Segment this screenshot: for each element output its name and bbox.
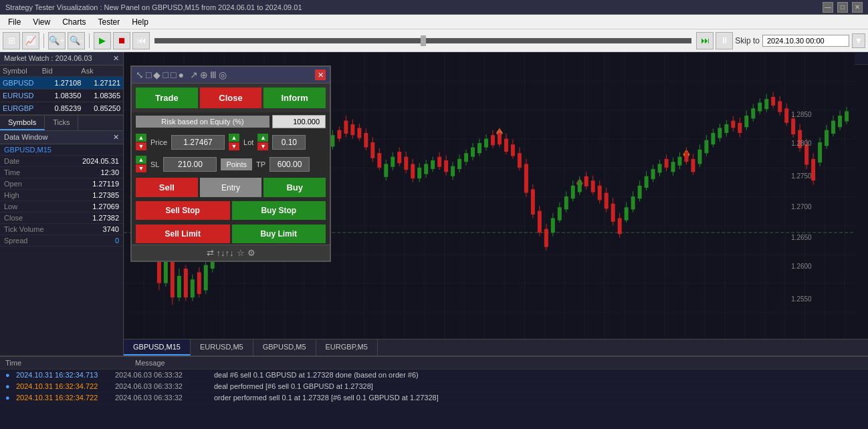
log-date-3: 2024.06.03 06:33:32: [115, 394, 209, 402]
log-message-2: deal performed [#6 sell 0.1 GBPUSD at 1.…: [214, 382, 863, 390]
ask-eurgbp: 0.85250: [81, 104, 120, 112]
market-watch-close[interactable]: ✕: [113, 54, 119, 63]
skip-dropdown[interactable]: ▼: [852, 33, 865, 48]
lot-label: Lot: [243, 138, 253, 146]
zoom-in-btn[interactable]: 🔍+: [48, 32, 66, 49]
data-time-label: Time: [4, 168, 20, 176]
stop-btn[interactable]: ⏹: [113, 32, 130, 49]
title-text: Strategy Tester Visualization : New Pane…: [5, 3, 302, 11]
chart-tabs: GBPUSD,M15 EURUSD,M5 GBPUSD,M5 EURGBP,M5: [124, 339, 868, 355]
log-date-2: 2024.06.03 06:33:32: [115, 382, 209, 390]
pause-btn[interactable]: ⏸: [716, 32, 733, 49]
skip-input[interactable]: [762, 35, 849, 47]
menu-help[interactable]: Help: [126, 16, 154, 28]
skip-section: Skip to ▼: [735, 33, 865, 48]
sell-stop-btn[interactable]: Sell Stop: [136, 201, 230, 220]
log-indicator-3: ●: [5, 394, 11, 402]
main-layout: Market Watch : 2024.06.03 ✕ Symbol Bid A…: [0, 52, 868, 355]
toolbar: ⊞ 📈 🔍+ 🔍- ▶ ⏹ ⏮ ⏭ ⏸ Skip to ▼: [0, 29, 868, 52]
tab-ticks[interactable]: Ticks: [45, 116, 78, 130]
lot-down-btn2[interactable]: ▼: [257, 142, 268, 150]
data-spread-row: Spread 0: [0, 235, 123, 247]
price-input[interactable]: [171, 135, 225, 150]
symbol-name-eurgbp: EURGBP: [3, 104, 42, 112]
trade-btn[interactable]: Trade: [136, 88, 198, 108]
chart-tab-gbpusd-m15[interactable]: GBPUSD,M15: [124, 339, 191, 355]
buy-limit-btn[interactable]: Buy Limit: [232, 225, 326, 243]
lot-down-btn[interactable]: ▼: [229, 142, 239, 150]
svg-text:1.2850: 1.2850: [791, 111, 812, 118]
title-bar-controls: — □ ✕: [823, 2, 863, 13]
close-btn[interactable]: ✕: [852, 2, 863, 13]
log-col-time: Time: [5, 359, 21, 367]
play-btn[interactable]: ▶: [94, 32, 111, 49]
tab-symbols[interactable]: Symbols: [0, 116, 45, 130]
buy-btn[interactable]: Buy: [263, 178, 326, 197]
log-row-1: ● 2024.10.31 16:32:34.713 2024.06.03 06:…: [0, 370, 868, 381]
data-close-label: Close: [4, 214, 23, 222]
sl-up-btn[interactable]: ▲: [136, 156, 146, 164]
buy-stop-btn[interactable]: Buy Stop: [232, 201, 326, 220]
equity-input[interactable]: [272, 115, 326, 128]
sl-down-btn[interactable]: ▼: [136, 164, 146, 172]
lot-input[interactable]: [272, 135, 306, 150]
close-btn[interactable]: Close: [200, 88, 262, 108]
menu-file[interactable]: File: [3, 16, 26, 28]
data-high-value: 1.27385: [92, 191, 119, 199]
menu-view[interactable]: View: [27, 16, 56, 28]
sell-btn[interactable]: Sell: [136, 178, 198, 197]
svg-text:1.2600: 1.2600: [791, 263, 812, 270]
sl-input[interactable]: [163, 157, 217, 172]
price-up-btn[interactable]: ▲: [136, 134, 146, 142]
toolbar-btn-1[interactable]: ⊞: [3, 32, 20, 49]
symbol-row-gbpusd[interactable]: GBPUSD 1.27108 1.27121: [0, 77, 123, 90]
data-symbol: GBPUSD,M15: [4, 146, 51, 154]
data-tickvol-label: Tick Volume: [4, 225, 44, 233]
lot-up-btn[interactable]: ▲: [229, 134, 239, 142]
trade-panel-close-btn[interactable]: ✕: [315, 69, 326, 80]
svg-text:1.2700: 1.2700: [791, 203, 812, 210]
trade-panel-icons: ⤡ □ ◆ □ □ ● ↗ ⊕ Ⅲ ◎: [136, 69, 227, 80]
zoom-out-btn[interactable]: 🔍-: [68, 32, 85, 49]
data-open-label: Open: [4, 180, 22, 188]
price-down-btn[interactable]: ▼: [136, 142, 146, 150]
sell-limit-btn[interactable]: Sell Limit: [136, 225, 230, 243]
minimize-btn[interactable]: —: [823, 2, 833, 13]
rewind-btn[interactable]: ⏮: [132, 32, 150, 49]
data-open-row: Open 1.27119: [0, 178, 123, 190]
toolbar-sep-1: [43, 33, 44, 48]
panel-icon-rect: □: [146, 69, 151, 80]
points-btn[interactable]: Points: [221, 158, 252, 170]
lot-up-btn2[interactable]: ▲: [257, 134, 268, 142]
data-high-label: High: [4, 191, 19, 199]
toolbar-btn-2[interactable]: 📈: [22, 32, 39, 49]
panel-icon-diamond: ◆: [153, 69, 160, 80]
col-symbol: Symbol: [3, 67, 42, 75]
menu-charts[interactable]: Charts: [57, 16, 91, 28]
skip-label: Skip to: [735, 36, 760, 45]
data-low-row: Low 1.27069: [0, 201, 123, 212]
tp-input[interactable]: [269, 157, 310, 172]
left-panel: Market Watch : 2024.06.03 ✕ Symbol Bid A…: [0, 52, 124, 355]
log-col-message: Message: [135, 359, 165, 367]
data-window-close[interactable]: ✕: [113, 133, 119, 142]
menu-tester[interactable]: Tester: [92, 16, 125, 28]
chart-tab-eurgbp-m5[interactable]: EURGBP,M5: [316, 339, 378, 355]
maximize-btn[interactable]: □: [837, 2, 848, 13]
symbol-row-eurusd[interactable]: EURUSD 1.08350 1.08365: [0, 90, 123, 102]
chart-tab-eurusd-m5[interactable]: EURUSD,M5: [191, 339, 253, 355]
market-watch-title: Market Watch : 2024.06.03: [4, 54, 92, 63]
ask-gbpusd: 1.27121: [81, 79, 120, 87]
panel-icon-cursor: ⤡: [136, 69, 144, 80]
entry-btn[interactable]: Entry: [200, 178, 262, 197]
data-spread-value: 0: [115, 237, 119, 245]
log-panel: Time Message ● 2024.10.31 16:32:34.713 2…: [0, 355, 868, 429]
svg-text:1.2550: 1.2550: [791, 295, 812, 302]
inform-btn[interactable]: Inform: [263, 88, 326, 108]
log-entries: ● 2024.10.31 16:32:34.713 2024.06.03 06:…: [0, 370, 868, 429]
forward-btn[interactable]: ⏭: [696, 32, 714, 49]
equity-row: Risk based on Equity (%): [132, 112, 330, 131]
symbol-row-eurgbp[interactable]: EURGBP 0.85239 0.85250: [0, 102, 123, 115]
data-symbol-row: GBPUSD,M15: [0, 144, 123, 156]
chart-tab-gbpusd-m5[interactable]: GBPUSD,M5: [253, 339, 316, 355]
